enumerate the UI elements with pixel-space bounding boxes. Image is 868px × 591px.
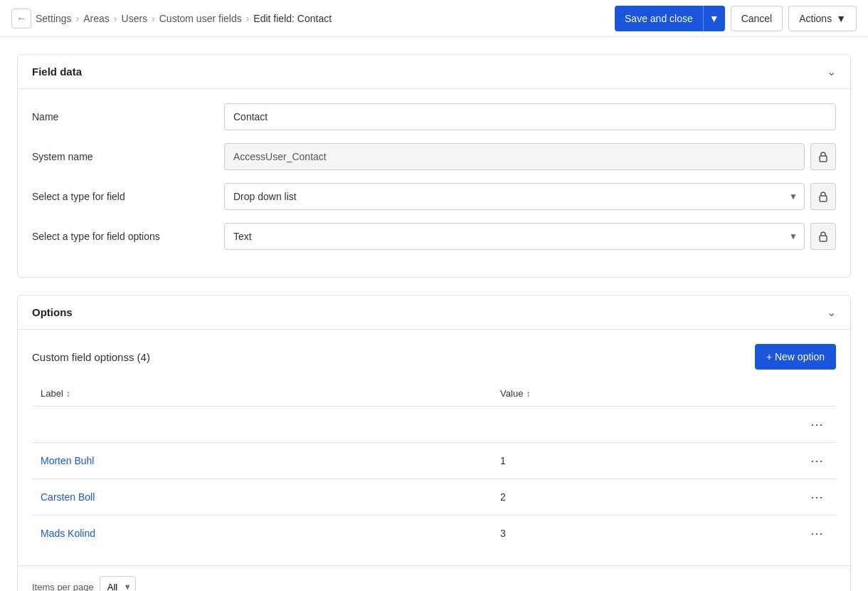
- type-options-lock-button[interactable]: [810, 223, 836, 250]
- actions-column-header: [793, 381, 836, 407]
- mads-label-link[interactable]: Mads Kolind: [41, 528, 95, 539]
- row-menu-button[interactable]: ⋯: [808, 453, 827, 469]
- table-row: Morten Buhl 1 ⋯: [32, 443, 836, 479]
- value-sort-icon: ↕: [526, 389, 530, 399]
- options-table: Label ↕ Value ↕: [32, 381, 836, 551]
- field-data-section: Field data ⌄ Name System name: [17, 54, 851, 278]
- type-options-select-wrap: Text Number ▼: [224, 223, 805, 250]
- lock-icon: [818, 151, 828, 162]
- morten-label-link[interactable]: Morten Buhl: [41, 455, 94, 466]
- breadcrumb-sep-4: ›: [246, 13, 250, 24]
- carsten-actions-cell: ⋯: [793, 479, 836, 516]
- name-label: Name: [32, 111, 224, 122]
- morten-value-cell: 1: [492, 443, 793, 479]
- items-per-page-select-wrap: All 10 25 50 ▼: [100, 576, 136, 591]
- options-section-title: Options: [32, 306, 73, 318]
- custom-field-options-title: Custom field optionss (4): [32, 351, 150, 363]
- field-data-header: Field data ⌄: [18, 55, 850, 89]
- morten-label-cell: Morten Buhl: [32, 443, 492, 479]
- breadcrumb-custom-fields: Custom user fields: [159, 13, 242, 24]
- options-section-header: Options ⌄: [18, 296, 850, 330]
- system-name-input: [224, 143, 805, 170]
- type-field-lock-button[interactable]: [810, 183, 836, 210]
- name-row: Name: [32, 103, 836, 130]
- table-row: Carsten Boll 2 ⋯: [32, 479, 836, 516]
- mads-value: 3: [500, 528, 506, 539]
- save-close-button[interactable]: Save and close ▼: [615, 6, 725, 31]
- carsten-value: 2: [500, 491, 506, 503]
- options-table-header-row: Label ↕ Value ↕: [32, 381, 836, 407]
- system-name-label: System name: [32, 151, 224, 162]
- main-content: Field data ⌄ Name System name: [0, 37, 868, 591]
- options-toolbar: Custom field optionss (4) + New option: [32, 344, 836, 370]
- save-close-label: Save and close: [615, 13, 703, 24]
- breadcrumb-settings: Settings: [36, 13, 72, 24]
- empty-actions-cell: ⋯: [793, 407, 836, 443]
- type-options-control: Text Number ▼: [224, 223, 836, 250]
- actions-dropdown-icon: ▼: [836, 13, 846, 24]
- carsten-label-cell: Carsten Boll: [32, 479, 492, 516]
- name-input[interactable]: [224, 103, 836, 130]
- options-chevron-icon[interactable]: ⌄: [827, 305, 836, 319]
- svg-rect-1: [820, 196, 827, 202]
- field-data-body: Name System name: [18, 89, 850, 277]
- morten-value: 1: [500, 455, 506, 466]
- back-button[interactable]: ←: [11, 9, 31, 28]
- mads-actions-cell: ⋯: [793, 516, 836, 552]
- svg-rect-2: [820, 236, 827, 241]
- breadcrumb-sep-2: ›: [114, 13, 117, 24]
- field-data-chevron-icon[interactable]: ⌄: [827, 65, 836, 78]
- type-options-select[interactable]: Text Number: [224, 223, 805, 250]
- table-row: ⋯: [32, 407, 836, 443]
- items-per-page-label: Items per page: [32, 582, 94, 592]
- actions-button[interactable]: Actions ▼: [788, 6, 857, 31]
- items-per-page-select[interactable]: All 10 25 50: [100, 576, 136, 591]
- svg-rect-0: [820, 156, 827, 162]
- mads-value-cell: 3: [492, 516, 793, 552]
- morten-actions-cell: ⋯: [793, 443, 836, 479]
- type-field-row: Select a type for field Drop down list T…: [32, 183, 836, 210]
- type-field-select[interactable]: Drop down list Text Number: [224, 183, 805, 210]
- top-bar: ← Settings › Areas › Users › Custom user…: [0, 0, 868, 37]
- type-field-select-wrap: Drop down list Text Number ▼: [224, 183, 805, 210]
- row-menu-button[interactable]: ⋯: [808, 525, 827, 541]
- value-col-text: Value: [500, 388, 523, 399]
- new-option-button[interactable]: + New option: [755, 344, 836, 370]
- breadcrumb-sep-1: ›: [76, 13, 80, 24]
- pagination-bar: Items per page All 10 25 50 ▼: [18, 565, 850, 591]
- cancel-button[interactable]: Cancel: [731, 6, 783, 31]
- top-actions: Save and close ▼ Cancel Actions ▼: [615, 6, 857, 31]
- empty-label-cell: [32, 407, 492, 443]
- type-options-label: Select a type for field options: [32, 231, 224, 242]
- options-body: Custom field optionss (4) + New option L…: [18, 330, 850, 565]
- row-menu-button[interactable]: ⋯: [808, 417, 827, 432]
- row-menu-button[interactable]: ⋯: [808, 489, 827, 505]
- type-options-row: Select a type for field options Text Num…: [32, 223, 836, 250]
- label-column-header[interactable]: Label ↕: [32, 381, 492, 407]
- lock-icon: [818, 231, 828, 242]
- mads-label-cell: Mads Kolind: [32, 516, 492, 552]
- value-column-header[interactable]: Value ↕: [492, 381, 793, 407]
- name-control: [224, 103, 836, 130]
- options-table-head: Label ↕ Value ↕: [32, 381, 836, 407]
- carsten-label-link[interactable]: Carsten Boll: [41, 491, 95, 503]
- options-section: Options ⌄ Custom field optionss (4) + Ne…: [17, 295, 851, 591]
- label-col-text: Label: [41, 388, 63, 399]
- empty-value-cell: [492, 407, 793, 443]
- system-name-lock-button[interactable]: [810, 143, 836, 170]
- actions-label: Actions: [799, 13, 832, 24]
- carsten-value-cell: 2: [492, 479, 793, 516]
- breadcrumb-users: Users: [122, 13, 148, 24]
- breadcrumb-current: Edit field: Contact: [253, 13, 332, 24]
- type-field-control: Drop down list Text Number ▼: [224, 183, 836, 210]
- label-sort-icon: ↕: [66, 389, 70, 399]
- type-field-label: Select a type for field: [32, 191, 224, 202]
- breadcrumb-sep-3: ›: [152, 13, 155, 24]
- field-data-title: Field data: [32, 66, 82, 78]
- breadcrumb: ← Settings › Areas › Users › Custom user…: [11, 9, 332, 28]
- save-close-dropdown-icon[interactable]: ▼: [703, 6, 725, 31]
- system-name-row: System name: [32, 143, 836, 170]
- options-table-body: ⋯ Morten Buhl 1 ⋯: [32, 407, 836, 552]
- system-name-control: [224, 143, 836, 170]
- lock-icon: [818, 191, 828, 202]
